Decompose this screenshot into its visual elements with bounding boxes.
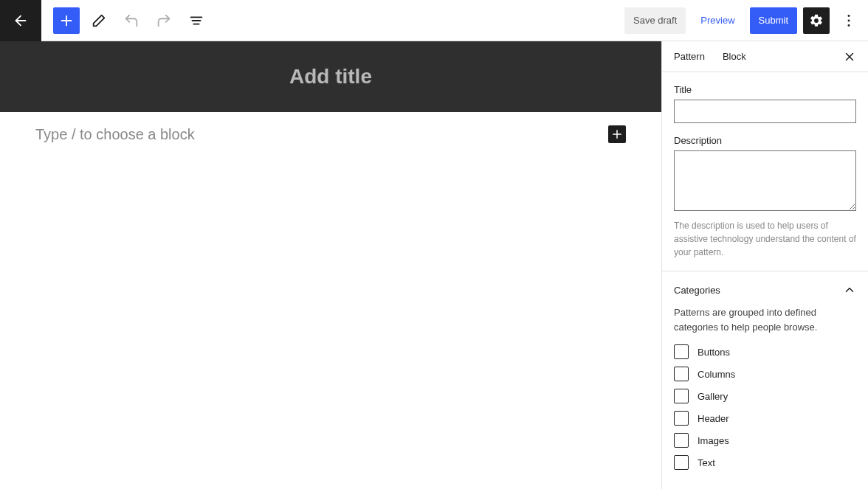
- edit-mode-button[interactable]: [86, 7, 112, 34]
- back-button[interactable]: [0, 0, 41, 41]
- title-description-section: Title Description The description is use…: [662, 72, 868, 271]
- pencil-icon: [91, 13, 107, 29]
- category-checkbox[interactable]: [674, 411, 689, 426]
- toolbar-right: Save draft Preview Submit: [624, 7, 868, 34]
- close-sidebar-button[interactable]: [843, 50, 856, 63]
- category-checkbox[interactable]: [674, 389, 689, 403]
- preview-button[interactable]: Preview: [692, 7, 743, 34]
- tab-pattern[interactable]: Pattern: [674, 51, 705, 62]
- categories-list: ButtonsColumnsGalleryHeaderImagesText: [674, 344, 856, 470]
- svg-point-8: [848, 24, 850, 26]
- category-label: Gallery: [698, 391, 728, 402]
- block-prompt-input[interactable]: [35, 126, 599, 143]
- arrow-left-icon: [13, 13, 29, 29]
- svg-point-6: [848, 15, 850, 17]
- inline-add-block-button[interactable]: [608, 125, 626, 143]
- editor-canvas: [0, 41, 661, 489]
- close-icon: [843, 50, 856, 63]
- category-checkbox[interactable]: [674, 433, 689, 448]
- categories-section-label: Categories: [674, 285, 720, 296]
- category-label: Text: [698, 457, 715, 468]
- redo-icon: [156, 13, 172, 29]
- sidebar-tabs: Pattern Block: [662, 41, 868, 72]
- save-draft-button[interactable]: Save draft: [624, 7, 686, 34]
- category-item: Images: [674, 433, 856, 448]
- category-item: Columns: [674, 367, 856, 381]
- svg-point-7: [848, 19, 850, 21]
- categories-section: Categories Patterns are grouped into def…: [662, 271, 868, 489]
- category-item: Gallery: [674, 389, 856, 403]
- category-item: Header: [674, 411, 856, 426]
- category-checkbox[interactable]: [674, 455, 689, 470]
- toolbar-left: [41, 7, 210, 34]
- settings-button[interactable]: [803, 7, 830, 34]
- category-label: Header: [698, 413, 729, 424]
- categories-desc-text: Patterns are grouped into defined catego…: [674, 305, 856, 334]
- list-icon: [188, 13, 204, 29]
- category-label: Columns: [698, 369, 735, 380]
- undo-button: [118, 7, 145, 34]
- category-item: Text: [674, 455, 856, 470]
- category-label: Images: [698, 435, 729, 446]
- gear-icon: [809, 13, 824, 28]
- category-checkbox[interactable]: [674, 367, 689, 381]
- plus-icon: [58, 13, 75, 29]
- description-field-label: Description: [674, 135, 856, 146]
- plus-icon: [610, 128, 624, 141]
- default-block-row: [0, 112, 661, 156]
- post-title-input[interactable]: [66, 65, 596, 89]
- title-field-input[interactable]: [674, 100, 856, 123]
- tab-block[interactable]: Block: [723, 51, 746, 62]
- submit-button[interactable]: Submit: [750, 7, 797, 34]
- description-field-textarea[interactable]: [674, 150, 856, 211]
- redo-button: [151, 7, 177, 34]
- document-overview-button[interactable]: [183, 7, 210, 34]
- settings-sidebar: Pattern Block Title Description The desc…: [661, 41, 868, 489]
- categories-section-toggle[interactable]: Categories: [674, 283, 856, 296]
- post-title-block: [0, 41, 661, 112]
- category-label: Buttons: [698, 347, 730, 358]
- undo-icon: [123, 13, 140, 29]
- topbar: Save draft Preview Submit: [0, 0, 868, 41]
- add-block-toggle-button[interactable]: [53, 7, 80, 34]
- more-vertical-icon: [841, 13, 857, 29]
- chevron-up-icon: [843, 283, 856, 296]
- more-options-button[interactable]: [836, 7, 862, 34]
- category-checkbox[interactable]: [674, 344, 689, 359]
- title-field-label: Title: [674, 84, 856, 95]
- category-item: Buttons: [674, 344, 856, 359]
- description-help-text: The description is used to help users of…: [674, 219, 856, 259]
